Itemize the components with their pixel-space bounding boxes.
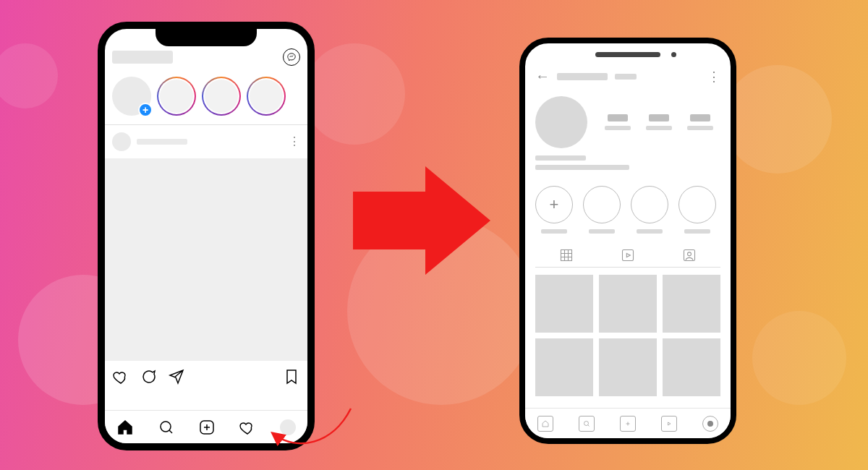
bokeh bbox=[0, 43, 58, 108]
transition-arrow bbox=[346, 159, 498, 282]
nav-activity-icon[interactable] bbox=[239, 419, 256, 436]
nav-create-icon[interactable] bbox=[198, 419, 216, 436]
highlight-add[interactable]: + bbox=[535, 186, 573, 234]
messenger-icon[interactable] bbox=[283, 48, 300, 66]
phone-profile: ← ⋮ + bbox=[519, 38, 736, 444]
phone-camera-dot bbox=[671, 52, 676, 57]
phone-earpiece bbox=[595, 52, 660, 57]
post-author-name-placeholder[interactable] bbox=[137, 139, 187, 145]
app-logo-placeholder bbox=[112, 51, 173, 64]
tab-grid-icon[interactable] bbox=[559, 248, 574, 262]
grid-cell[interactable] bbox=[663, 275, 720, 333]
username-placeholder bbox=[615, 74, 637, 80]
nav-home-icon[interactable] bbox=[537, 416, 553, 432]
highlight-item[interactable] bbox=[631, 186, 668, 234]
story-ring[interactable] bbox=[247, 77, 286, 116]
svg-rect-2 bbox=[561, 250, 571, 261]
bottom-nav bbox=[525, 408, 731, 438]
comment-icon[interactable] bbox=[140, 368, 157, 385]
profile-tabs bbox=[535, 248, 720, 268]
save-icon[interactable] bbox=[283, 368, 300, 385]
username-placeholder[interactable] bbox=[557, 73, 608, 80]
story-ring[interactable] bbox=[157, 77, 196, 116]
nav-profile-icon[interactable] bbox=[702, 416, 718, 432]
svg-rect-3 bbox=[622, 250, 633, 261]
grid-cell[interactable] bbox=[535, 275, 593, 333]
nav-home-icon[interactable] bbox=[116, 419, 134, 436]
divider bbox=[105, 124, 307, 125]
svg-rect-4 bbox=[684, 250, 695, 261]
stat-following[interactable] bbox=[687, 114, 713, 130]
stat-followers[interactable] bbox=[646, 114, 672, 130]
post-more-icon[interactable]: ⋮ bbox=[289, 139, 300, 145]
back-icon[interactable]: ← bbox=[535, 68, 550, 85]
svg-point-0 bbox=[161, 422, 171, 432]
highlight-item[interactable] bbox=[583, 186, 621, 234]
profile-header: ← ⋮ bbox=[535, 68, 720, 85]
grid-cell[interactable] bbox=[599, 275, 657, 333]
stat-posts[interactable] bbox=[605, 114, 631, 130]
story-own[interactable]: + bbox=[112, 77, 151, 116]
nav-reels-icon[interactable] bbox=[661, 416, 677, 432]
story-ring[interactable] bbox=[202, 77, 241, 116]
phone-notch bbox=[156, 27, 257, 46]
grid-cell[interactable] bbox=[535, 338, 593, 396]
profile-avatar[interactable] bbox=[535, 96, 587, 148]
nav-search-icon[interactable] bbox=[579, 416, 595, 432]
bokeh bbox=[723, 65, 832, 174]
pointer-arrow bbox=[268, 405, 354, 463]
highlights-row: + bbox=[535, 186, 720, 234]
svg-point-6 bbox=[584, 421, 589, 425]
like-icon[interactable] bbox=[112, 368, 129, 385]
bio-line-placeholder bbox=[535, 165, 629, 170]
post-header: ⋮ bbox=[112, 132, 300, 151]
more-icon[interactable]: ⋮ bbox=[707, 73, 720, 80]
bio-line-placeholder bbox=[535, 155, 586, 161]
feed-header bbox=[112, 46, 300, 68]
share-icon[interactable] bbox=[167, 368, 184, 385]
grid-cell[interactable] bbox=[599, 338, 657, 396]
svg-point-5 bbox=[688, 252, 692, 256]
tab-tagged-icon[interactable] bbox=[682, 248, 697, 262]
highlight-item[interactable] bbox=[678, 186, 716, 234]
post-image-placeholder[interactable] bbox=[105, 158, 307, 361]
tab-reels-icon[interactable] bbox=[621, 248, 635, 262]
post-author-avatar[interactable] bbox=[112, 132, 131, 151]
grid-cell[interactable] bbox=[663, 338, 720, 396]
nav-create-icon[interactable] bbox=[620, 416, 636, 432]
profile-stats-row bbox=[535, 96, 720, 148]
nav-search-icon[interactable] bbox=[158, 419, 175, 436]
post-actions bbox=[112, 368, 300, 385]
add-story-badge[interactable]: + bbox=[138, 103, 153, 117]
posts-grid bbox=[535, 275, 720, 396]
phone-feed: + ⋮ bbox=[98, 22, 315, 450]
bokeh bbox=[304, 43, 405, 145]
stories-row[interactable]: + bbox=[112, 77, 300, 116]
bokeh bbox=[752, 311, 846, 405]
